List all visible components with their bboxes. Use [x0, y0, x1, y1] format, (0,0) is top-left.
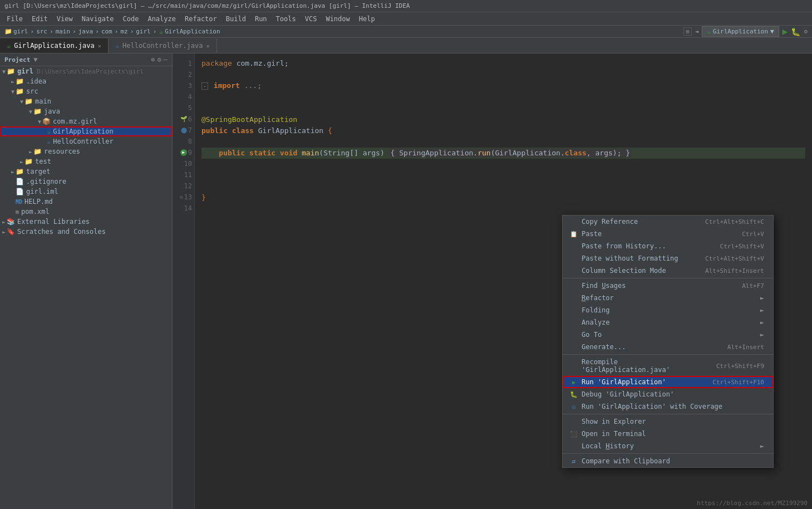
ctx-recompile[interactable]: Recompile 'GirlApplication.java' Ctrl+Sh…	[563, 356, 773, 376]
menu-navigate[interactable]: Navigate	[77, 14, 119, 24]
ctx-folding[interactable]: Folding ►	[563, 304, 773, 316]
tree-resources[interactable]: ► 📁 resources	[0, 146, 172, 156]
arrow-resources: ►	[29, 149, 32, 155]
ctx-run-coverage-label: Run 'GirlApplication' with Coverage	[582, 403, 764, 410]
tree-src[interactable]: ▼ 📁 src	[0, 86, 172, 96]
menu-edit[interactable]: Edit	[27, 14, 52, 24]
bc-com[interactable]: com	[101, 28, 112, 35]
ctx-paste-history[interactable]: Paste from History... Ctrl+Shift+V	[563, 240, 773, 252]
menu-window[interactable]: Window	[321, 14, 354, 24]
menu-code[interactable]: Code	[119, 14, 144, 24]
label-test: test	[35, 158, 51, 165]
ctx-debug[interactable]: 🐛 Debug 'GirlApplication'	[563, 388, 773, 400]
ctx-open-terminal[interactable]: ⬛ Open in Terminal	[563, 428, 773, 440]
sidebar-settings[interactable]: ⚙	[158, 56, 161, 63]
tree-test[interactable]: ► 📁 test	[0, 156, 172, 167]
xml-icon: m	[16, 209, 19, 215]
arrow-idea: ►	[11, 79, 14, 85]
code-line-13: }	[201, 192, 805, 203]
tree-gitignore[interactable]: 📄 .gitignore	[0, 177, 172, 187]
code-line-12	[201, 181, 805, 192]
ctx-show-explorer-label: Show in Explorer	[582, 418, 764, 425]
ctx-goto[interactable]: Go To ►	[563, 329, 773, 341]
bc-src[interactable]: src	[36, 28, 47, 35]
menu-vcs[interactable]: VCS	[301, 14, 322, 24]
code-line-2	[201, 69, 805, 80]
more-icon[interactable]: ⚙	[804, 28, 808, 35]
locate-icon[interactable]: ⊕	[151, 56, 155, 63]
bc-main[interactable]: main	[56, 28, 71, 35]
arrow-java: ▼	[29, 109, 32, 115]
folder-icon-test: 📁	[24, 158, 33, 165]
menu-view[interactable]: View	[52, 14, 77, 24]
bc-mz[interactable]: mz	[120, 28, 127, 35]
tree-ext-libs[interactable]: ► 📚 External Libraries	[0, 217, 172, 227]
menu-file[interactable]: File	[2, 14, 27, 24]
menu-help[interactable]: Help	[355, 14, 380, 24]
ctx-compare-clipboard[interactable]: ⇄ Compare with Clipboard	[563, 455, 773, 467]
menu-refactor[interactable]: Refactor	[180, 14, 222, 24]
menu-build[interactable]: Build	[222, 14, 250, 24]
code-line-6: @SpringBootApplication	[201, 114, 805, 125]
gutter-run-icon[interactable]: ▶	[180, 149, 187, 156]
tree-scratches[interactable]: ► 🔖 Scratches and Consoles	[0, 227, 172, 237]
bc-girl[interactable]: girl	[13, 28, 28, 35]
debug-ctx-icon: 🐛	[569, 391, 578, 398]
menu-tools[interactable]: Tools	[272, 14, 301, 24]
tree-root-girl[interactable]: ▼ 📁 girl D:\Users\mz\IdeaProjects\girl	[0, 66, 172, 76]
ctx-run[interactable]: ▶ Run 'GirlApplication' Ctrl+Shift+F10	[563, 376, 773, 388]
tree-pkg[interactable]: ▼ 📦 com.mz.girl	[0, 116, 172, 126]
tab-hellocontroller[interactable]: ☕ HelloController.java ✕	[109, 38, 217, 53]
back-arrow-icon[interactable]: ◄	[695, 28, 699, 35]
ctx-copy-reference-label: Copy Reference	[582, 218, 696, 226]
bc-girlapp[interactable]: ☕ GirlApplication	[159, 27, 220, 36]
bc-java[interactable]: java	[78, 28, 93, 35]
url-text: https://blog.csdn.net/MZ199290	[697, 500, 808, 507]
tree-hellocontroller[interactable]: ☕ HelloController	[0, 136, 172, 146]
tree-target[interactable]: ► 📁 target	[0, 167, 172, 177]
ctx-show-explorer[interactable]: Show in Explorer	[563, 415, 773, 428]
label-target: target	[26, 168, 50, 175]
tree-idea[interactable]: ► 📁 .idea	[0, 76, 172, 86]
label-extlibs: External Libraries	[17, 218, 90, 226]
menu-analyze[interactable]: Analyze	[143, 14, 180, 24]
extlibs-icon: 📚	[7, 218, 15, 226]
menu-run[interactable]: Run	[250, 14, 272, 24]
ctx-analyze[interactable]: Analyze ►	[563, 316, 773, 329]
tab-girlapp[interactable]: ☕ GirlApplication.java ✕	[0, 38, 109, 53]
folder-icon-src: 📁	[16, 87, 24, 95]
ctx-paste-shortcut: Ctrl+V	[742, 231, 764, 238]
tree-girlapp[interactable]: ☕ GirlApplication	[0, 126, 172, 136]
tree-java[interactable]: ▼ 📁 java	[0, 106, 172, 116]
arrow-main: ▼	[20, 99, 23, 105]
tab-hello-close[interactable]: ✕	[206, 43, 210, 49]
ctx-find-usages-shortcut: Alt+F7	[742, 282, 764, 290]
ctx-column-selection[interactable]: Column Selection Mode Alt+Shift+Insert	[563, 265, 773, 277]
sidebar-close[interactable]: —	[164, 56, 168, 63]
fold-icon[interactable]: -	[201, 82, 208, 90]
ctx-find-usages[interactable]: Find Usages Alt+F7	[563, 280, 773, 292]
tab-girlapp-close[interactable]: ✕	[98, 43, 101, 49]
ctx-paste-no-format[interactable]: Paste without Formatting Ctrl+Alt+Shift+…	[563, 252, 773, 265]
run-button[interactable]: ▶	[783, 26, 788, 37]
ctx-paste[interactable]: 📋 Paste Ctrl+V	[563, 228, 773, 240]
bc-girl2[interactable]: girl	[136, 28, 151, 35]
run-config-selector[interactable]: ☕ GirlApplication ▼	[702, 26, 779, 37]
label-scratches: Scratches and Consoles	[17, 228, 106, 236]
ctx-generate[interactable]: Generate... Alt+Insert	[563, 341, 773, 353]
tree-pomxml[interactable]: m pom.xml	[0, 207, 172, 217]
gutter-collapse: ⊟	[180, 192, 183, 203]
label-helpmd: HELP.md	[24, 198, 53, 205]
tree-helpmd[interactable]: MD HELP.md	[0, 197, 172, 207]
layout-icon[interactable]: ⊞	[683, 27, 691, 36]
ctx-refactor[interactable]: Refactor ►	[563, 292, 773, 304]
ctx-run-coverage[interactable]: ◎ Run 'GirlApplication' with Coverage	[563, 400, 773, 413]
tree-main[interactable]: ▼ 📁 main	[0, 96, 172, 106]
project-dropdown[interactable]: ▼	[33, 56, 37, 63]
ctx-copy-reference[interactable]: Copy Reference Ctrl+Alt+Shift+C	[563, 216, 773, 228]
debug-button[interactable]: 🐛	[791, 27, 800, 36]
code-line-7: public class GirlApplication {	[201, 125, 805, 136]
tree-girlml[interactable]: 📄 girl.iml	[0, 187, 172, 197]
ctx-local-history[interactable]: Local History ►	[563, 440, 773, 452]
tab-bar: ☕ GirlApplication.java ✕ ☕ HelloControll…	[0, 38, 812, 53]
